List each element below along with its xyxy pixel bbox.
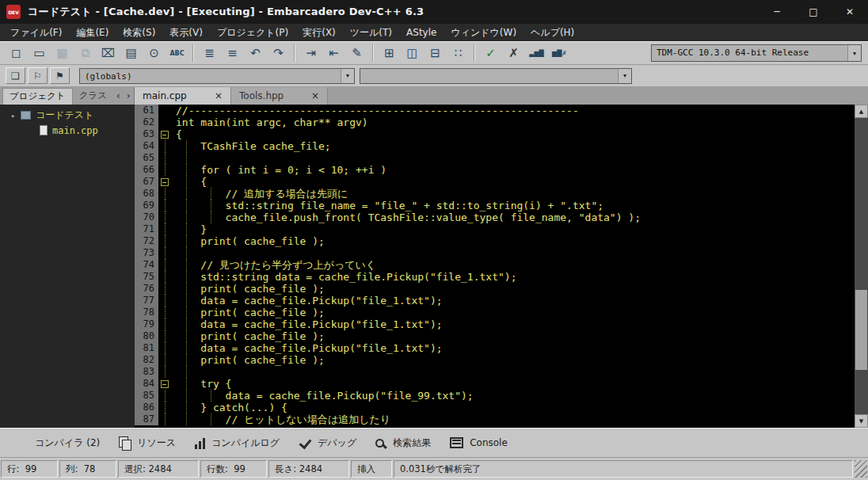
- syntax-check-button[interactable]: ✓: [479, 44, 502, 63]
- indent-button[interactable]: ⇥: [299, 44, 322, 63]
- code-text[interactable]: {: [173, 128, 855, 140]
- chevron-down-icon[interactable]: ▾: [341, 69, 354, 83]
- goto-line-button[interactable]: ≣: [198, 44, 221, 63]
- fold-margin[interactable]: [158, 330, 173, 342]
- fold-margin[interactable]: [158, 402, 173, 413]
- code-text[interactable]: try {: [173, 378, 855, 390]
- code-text[interactable]: TCashFile cache_file;: [173, 140, 855, 152]
- fold-margin[interactable]: [158, 366, 173, 378]
- close-tab-icon[interactable]: ×: [215, 90, 223, 101]
- code-text[interactable]: [173, 247, 855, 259]
- code-text[interactable]: data = cache_file.Pickup("file_1.txt");: [173, 295, 855, 307]
- fold-margin[interactable]: [158, 152, 173, 164]
- fold-margin[interactable]: [158, 235, 173, 247]
- menu-view[interactable]: 表示(V): [162, 26, 210, 40]
- editor-scrollbar[interactable]: ▲ ▼: [855, 105, 868, 428]
- fold-margin[interactable]: [158, 176, 173, 188]
- tabs-next-icon[interactable]: ›: [124, 90, 134, 101]
- code-text[interactable]: std::string file_name = "file_" + std::t…: [173, 200, 855, 211]
- tab-tools-hpp[interactable]: Tools.hpp ×: [231, 87, 328, 105]
- separator[interactable]: [372, 44, 374, 62]
- view-float-button[interactable]: ◫: [401, 44, 424, 63]
- fold-margin[interactable]: [158, 295, 173, 307]
- fold-margin[interactable]: [158, 140, 173, 152]
- fold-margin[interactable]: [158, 318, 173, 330]
- tab-classes[interactable]: クラス: [73, 88, 113, 104]
- menu-project[interactable]: プロジェクト(P): [210, 26, 295, 40]
- code-text[interactable]: print( cache_file );: [173, 235, 855, 247]
- code-text[interactable]: for ( int i = 0; i < 10; ++i ): [173, 164, 855, 176]
- close-tab-icon[interactable]: ×: [311, 90, 319, 101]
- menu-help[interactable]: ヘルプ(H): [523, 26, 581, 40]
- code-text[interactable]: }: [173, 223, 855, 235]
- save-button[interactable]: ▦: [51, 44, 74, 63]
- tree-node-project[interactable]: ▸ コードテスト: [0, 108, 135, 123]
- separator[interactable]: [474, 44, 475, 62]
- view-project-button[interactable]: ⊞: [378, 44, 401, 63]
- fold-margin[interactable]: [158, 354, 173, 366]
- compiler-panel-button[interactable]: コンパイラ (2): [8, 433, 109, 453]
- scroll-up-icon[interactable]: ▲: [855, 105, 868, 118]
- code-text[interactable]: // 追加する場合は先頭に: [173, 188, 855, 200]
- fold-margin[interactable]: [158, 164, 173, 176]
- fold-margin[interactable]: [158, 105, 173, 116]
- globals-select[interactable]: (globals) ▾: [79, 68, 355, 84]
- find-button[interactable]: ⊙: [143, 44, 166, 63]
- menu-tools[interactable]: ツール(T): [343, 26, 399, 40]
- fold-margin[interactable]: [158, 283, 173, 295]
- menu-astyle[interactable]: AStyle: [399, 27, 444, 38]
- fold-margin[interactable]: [158, 390, 173, 402]
- profile-button[interactable]: ▃▆█: [525, 44, 548, 63]
- chevron-down-icon[interactable]: ▾: [618, 69, 631, 83]
- code-text[interactable]: print( cache_file );: [173, 354, 855, 366]
- code-text[interactable]: print( cache_file );: [173, 330, 855, 342]
- abort-button[interactable]: ✗: [502, 44, 525, 63]
- compiler-select[interactable]: TDM-GCC 10.3.0 64-bit Release ▾: [651, 44, 862, 62]
- resize-grip[interactable]: [855, 460, 867, 478]
- maximize-button[interactable]: □: [795, 0, 832, 24]
- code-text[interactable]: [173, 366, 855, 378]
- menu-window[interactable]: ウィンドウ(W): [444, 26, 523, 40]
- code-text[interactable]: // 見つけたら半分ずつ上がっていく: [173, 259, 855, 271]
- code-text[interactable]: cache_file.push_front( TCashFile::value_…: [173, 211, 855, 223]
- comment-button[interactable]: ✎: [345, 44, 368, 63]
- view-report-button[interactable]: ⊟: [424, 44, 447, 63]
- fold-margin[interactable]: [158, 128, 173, 140]
- code-text[interactable]: //--------------------------------------…: [173, 105, 855, 116]
- tree-node-maincpp[interactable]: main.cpp: [0, 123, 135, 138]
- code-text[interactable]: [173, 152, 855, 164]
- close-file-button[interactable]: ⌧: [97, 44, 120, 63]
- code-editor[interactable]: 61 //-----------------------------------…: [135, 105, 868, 428]
- bookmark-filled-button[interactable]: ⚑: [50, 67, 70, 84]
- code-text[interactable]: data = cache_file.Pickup("file_1.txt");: [173, 318, 855, 330]
- scroll-down-icon[interactable]: ▼: [855, 414, 868, 428]
- scroll-track[interactable]: [855, 118, 868, 414]
- minimize-button[interactable]: ─: [759, 0, 795, 24]
- separator[interactable]: [192, 44, 194, 62]
- fold-margin[interactable]: [158, 247, 173, 259]
- separator[interactable]: [294, 44, 295, 62]
- compile-log-panel-button[interactable]: コンパイルログ: [185, 433, 289, 453]
- code-text[interactable]: print( cache_file );: [173, 283, 855, 295]
- open-button[interactable]: ▭: [28, 44, 51, 63]
- code-text[interactable]: print( cache_file );: [173, 307, 855, 318]
- code-text[interactable]: {: [173, 176, 855, 188]
- fold-margin[interactable]: [158, 342, 173, 354]
- print-button[interactable]: ▤: [120, 44, 143, 63]
- tab-project[interactable]: プロジェクト: [2, 88, 73, 105]
- fold-margin[interactable]: [158, 223, 173, 235]
- outdent-button[interactable]: ⇤: [322, 44, 345, 63]
- spellcheck-button[interactable]: ABC: [166, 44, 188, 63]
- save-all-button[interactable]: ⧉: [74, 44, 97, 63]
- tabs-prev-icon[interactable]: ‹: [113, 90, 124, 101]
- menu-file[interactable]: ファイル(F): [3, 26, 69, 40]
- profile-delete-button[interactable]: ▆█✗: [548, 44, 571, 63]
- undo-button[interactable]: ↶: [244, 44, 267, 63]
- fold-margin[interactable]: [158, 378, 173, 390]
- chevron-down-icon[interactable]: ▾: [847, 45, 861, 61]
- fold-margin[interactable]: [158, 259, 173, 271]
- view-browser-button[interactable]: ∷: [447, 44, 470, 63]
- close-button[interactable]: ✕: [832, 0, 868, 24]
- fold-margin[interactable]: [158, 413, 173, 425]
- swap-header-button[interactable]: ≡: [221, 44, 244, 63]
